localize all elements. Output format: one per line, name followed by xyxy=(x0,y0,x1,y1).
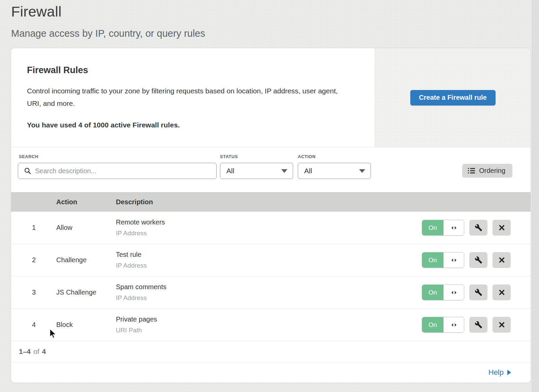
rule-description-cell: Spam comments IP Address xyxy=(116,283,422,302)
wrench-icon xyxy=(475,321,482,329)
table-header-row: Action Description xyxy=(11,192,531,212)
rule-description-cell: Remote workers IP Address xyxy=(116,218,422,237)
rule-match-field: IP Address xyxy=(116,262,422,269)
rule-priority: 4 xyxy=(11,321,47,329)
rule-match-field: IP Address xyxy=(116,294,422,302)
rule-description-cell: Private pages URI Path xyxy=(116,315,422,334)
ordering-button[interactable]: Ordering xyxy=(462,164,512,178)
rule-description: Test rule xyxy=(116,251,422,259)
table-row: 2 Challenge Test rule IP Address On xyxy=(11,244,531,276)
row-controls: On xyxy=(422,317,531,333)
rule-match-field: URI Path xyxy=(116,327,422,334)
help-link[interactable]: Help xyxy=(488,368,511,377)
status-label: STATUS xyxy=(220,154,238,159)
help-link-label: Help xyxy=(488,368,504,377)
rule-description: Remote workers xyxy=(116,218,422,226)
toggle-on-label: On xyxy=(422,317,443,332)
delete-rule-button[interactable] xyxy=(493,317,511,333)
row-controls: On xyxy=(422,284,531,300)
delete-rule-button[interactable] xyxy=(493,220,511,236)
create-firewall-rule-button[interactable]: Create a Firewall rule xyxy=(410,90,496,105)
toggle-on-label: On xyxy=(422,285,443,300)
rule-priority: 3 xyxy=(11,289,47,296)
column-header-action: Action xyxy=(56,198,116,206)
status-select[interactable]: All xyxy=(220,163,293,179)
intro-section: Firewall Rules Control incoming traffic … xyxy=(11,48,531,147)
section-description: Control incoming traffic to your zone by… xyxy=(27,85,347,110)
rule-enabled-toggle[interactable]: On xyxy=(422,317,464,333)
create-rule-panel: Create a Firewall rule xyxy=(375,48,531,147)
pagination-total: 4 xyxy=(42,348,46,356)
rule-match-field: IP Address xyxy=(116,230,422,237)
rule-action: JS Challenge xyxy=(47,289,116,296)
toggle-on-label: On xyxy=(422,252,443,268)
column-header-description: Description xyxy=(116,198,531,206)
search-label: SEARCH xyxy=(19,154,38,159)
x-icon xyxy=(499,322,505,328)
horizontal-arrows-icon xyxy=(443,220,464,235)
chevron-down-icon xyxy=(281,169,287,173)
chevron-down-icon xyxy=(359,169,365,173)
pagination-range: 1–4 xyxy=(19,348,31,356)
status-selected-value: All xyxy=(226,167,234,175)
table-row: 4 Block Private pages URI Path On xyxy=(11,309,531,341)
action-selected-value: All xyxy=(304,167,312,175)
rule-description-cell: Test rule IP Address xyxy=(116,251,422,269)
search-icon xyxy=(24,168,31,174)
x-icon xyxy=(499,257,505,263)
action-label: ACTION xyxy=(298,154,316,159)
rule-enabled-toggle[interactable]: On xyxy=(422,284,464,300)
intro-text-block: Firewall Rules Control incoming traffic … xyxy=(11,48,375,147)
ordering-button-label: Ordering xyxy=(479,167,505,175)
usage-summary: You have used 4 of 1000 active Firewall … xyxy=(27,121,351,129)
table-row: 3 JS Challenge Spam comments IP Address … xyxy=(11,276,531,309)
rule-enabled-toggle[interactable]: On xyxy=(422,220,464,236)
card-footer: Help xyxy=(11,362,531,383)
section-heading: Firewall Rules xyxy=(27,65,351,76)
arrow-right-icon xyxy=(507,370,511,375)
row-controls: On xyxy=(422,220,531,236)
rule-description: Spam comments xyxy=(116,283,422,291)
firewall-rules-card: Firewall Rules Control incoming traffic … xyxy=(11,48,531,383)
pagination-of: of xyxy=(33,348,39,356)
toggle-on-label: On xyxy=(422,220,443,235)
rule-priority: 1 xyxy=(11,224,47,232)
rule-priority: 2 xyxy=(11,256,47,264)
action-select[interactable]: All xyxy=(298,163,371,179)
wrench-icon xyxy=(475,224,482,232)
horizontal-arrows-icon xyxy=(443,317,464,332)
filters-bar: SEARCH STATUS All ACTION All Ordering xyxy=(11,147,531,192)
page-subtitle: Manage access by IP, country, or query r… xyxy=(11,28,539,39)
list-icon xyxy=(468,168,475,174)
rule-action: Challenge xyxy=(47,256,116,264)
edit-rule-button[interactable] xyxy=(469,284,487,300)
rule-description: Private pages xyxy=(116,315,422,323)
edit-rule-button[interactable] xyxy=(469,317,487,333)
x-icon xyxy=(499,224,505,231)
page-header: Firewall Manage access by IP, country, o… xyxy=(0,0,539,39)
table-row: 1 Allow Remote workers IP Address On xyxy=(11,212,531,244)
edit-rule-button[interactable] xyxy=(469,252,487,268)
edit-rule-button[interactable] xyxy=(469,220,487,236)
wrench-icon xyxy=(475,289,482,296)
horizontal-arrows-icon xyxy=(443,285,464,300)
rule-action: Allow xyxy=(47,224,116,232)
delete-rule-button[interactable] xyxy=(493,252,511,268)
search-box xyxy=(18,163,217,179)
row-controls: On xyxy=(422,252,531,268)
rule-enabled-toggle[interactable]: On xyxy=(422,252,464,268)
rule-action: Block xyxy=(47,321,116,329)
x-icon xyxy=(499,289,505,296)
delete-rule-button[interactable] xyxy=(493,284,511,300)
search-input[interactable] xyxy=(35,167,212,175)
pagination-bar: 1–4 of 4 xyxy=(11,341,531,362)
wrench-icon xyxy=(475,256,482,264)
page-title: Firewall xyxy=(11,3,539,20)
rules-list: 1 Allow Remote workers IP Address On xyxy=(11,212,531,341)
horizontal-arrows-icon xyxy=(443,252,464,268)
scrollbar-track[interactable] xyxy=(532,0,539,392)
